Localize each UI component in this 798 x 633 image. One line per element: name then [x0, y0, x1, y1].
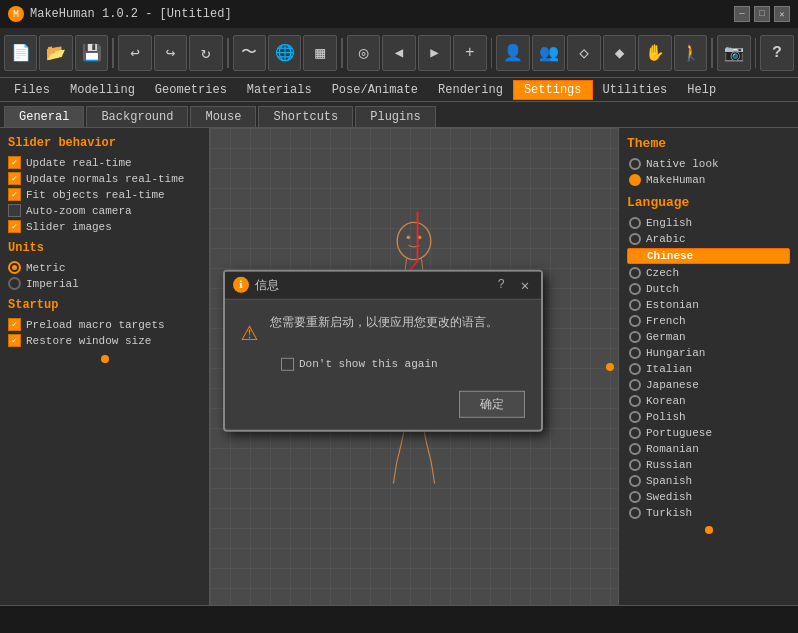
dialog-checkbox-row: Don't show this again — [281, 357, 525, 370]
dialog-title-icon: ℹ — [233, 277, 249, 293]
target-button[interactable]: ◎ — [347, 35, 380, 71]
redo-button[interactable]: ↪ — [154, 35, 187, 71]
toolbar-sep-4 — [491, 38, 493, 68]
close-button[interactable]: ✕ — [774, 6, 790, 22]
arrow-right-button[interactable]: ▶ — [418, 35, 451, 71]
title-controls: — □ ✕ — [734, 6, 790, 22]
plus-button[interactable]: + — [453, 35, 486, 71]
warning-icon: ⚠ — [241, 313, 258, 347]
dialog-question-mark: ? — [498, 278, 505, 292]
help-button[interactable]: ? — [760, 35, 793, 71]
menu-bar: Files Modelling Geometries Materials Pos… — [0, 78, 798, 102]
app-icon: M — [8, 6, 24, 22]
app-title: MakeHuman 1.0.2 - [Untitled] — [30, 7, 232, 21]
status-bar — [0, 605, 798, 633]
minimize-button[interactable]: — — [734, 6, 750, 22]
toolbar-sep-2 — [227, 38, 229, 68]
toolbar-sep-3 — [341, 38, 343, 68]
tab-mouse[interactable]: Mouse — [190, 106, 256, 127]
menu-utilities[interactable]: Utilities — [593, 81, 678, 99]
menu-files[interactable]: Files — [4, 81, 60, 99]
tab-shortcuts[interactable]: Shortcuts — [258, 106, 353, 127]
tab-background[interactable]: Background — [86, 106, 188, 127]
dialog-dont-show-checkbox[interactable] — [281, 357, 294, 370]
dialog-close-button[interactable]: ✕ — [517, 277, 533, 293]
refresh-button[interactable]: ↻ — [189, 35, 222, 71]
dialog-message-row: ⚠ 您需要重新启动，以便应用您更改的语言。 — [241, 313, 525, 347]
toolbar-sep-5 — [711, 38, 713, 68]
tab-bar: General Background Mouse Shortcuts Plugi… — [0, 102, 798, 128]
dialog-dont-show-label: Don't show this again — [299, 358, 438, 370]
shape-button[interactable]: ◇ — [567, 35, 600, 71]
diamond-button[interactable]: ◆ — [603, 35, 636, 71]
menu-geometries[interactable]: Geometries — [145, 81, 237, 99]
camera-button[interactable]: 📷 — [717, 35, 750, 71]
tab-general[interactable]: General — [4, 106, 84, 127]
maximize-button[interactable]: □ — [754, 6, 770, 22]
menu-pose-animate[interactable]: Pose/Animate — [322, 81, 428, 99]
menu-settings[interactable]: Settings — [513, 80, 593, 100]
dialog-title-bar: ℹ 信息 ? ✕ — [225, 271, 541, 299]
toolbar-sep-6 — [755, 38, 757, 68]
dialog-message: 您需要重新启动，以便应用您更改的语言。 — [270, 313, 498, 331]
title-bar: M MakeHuman 1.0.2 - [Untitled] — □ ✕ — [0, 0, 798, 28]
save-button[interactable]: 💾 — [75, 35, 108, 71]
dialog-footer: 确定 — [225, 384, 541, 429]
dialog-ok-button[interactable]: 确定 — [459, 390, 525, 417]
dialog-title-text: 信息 — [255, 276, 498, 293]
toolbar: 📄 📂 💾 ↩ ↪ ↻ 〜 🌐 ▦ ◎ ◀ ▶ + 👤 👥 ◇ ◆ ✋ 🚶 📷 … — [0, 28, 798, 78]
globe-button[interactable]: 🌐 — [268, 35, 301, 71]
curve-button[interactable]: 〜 — [233, 35, 266, 71]
open-button[interactable]: 📂 — [39, 35, 72, 71]
hand-button[interactable]: ✋ — [638, 35, 671, 71]
arrow-left-button[interactable]: ◀ — [382, 35, 415, 71]
grid-button[interactable]: ▦ — [303, 35, 336, 71]
dialog-overlay: ℹ 信息 ? ✕ ⚠ 您需要重新启动，以便应用您更改的语言。 Don't sho… — [0, 128, 798, 605]
menu-materials[interactable]: Materials — [237, 81, 322, 99]
menu-rendering[interactable]: Rendering — [428, 81, 513, 99]
title-bar-left: M MakeHuman 1.0.2 - [Untitled] — [8, 6, 232, 22]
tab-plugins[interactable]: Plugins — [355, 106, 435, 127]
person2-button[interactable]: 👥 — [532, 35, 565, 71]
dialog: ℹ 信息 ? ✕ ⚠ 您需要重新启动，以便应用您更改的语言。 Don't sho… — [223, 269, 543, 431]
new-button[interactable]: 📄 — [4, 35, 37, 71]
menu-modelling[interactable]: Modelling — [60, 81, 145, 99]
person-button[interactable]: 👤 — [496, 35, 529, 71]
dialog-body: ⚠ 您需要重新启动，以便应用您更改的语言。 Don't show this ag… — [225, 299, 541, 384]
undo-button[interactable]: ↩ — [118, 35, 151, 71]
toolbar-sep-1 — [112, 38, 114, 68]
figure-button[interactable]: 🚶 — [674, 35, 707, 71]
menu-help[interactable]: Help — [677, 81, 726, 99]
